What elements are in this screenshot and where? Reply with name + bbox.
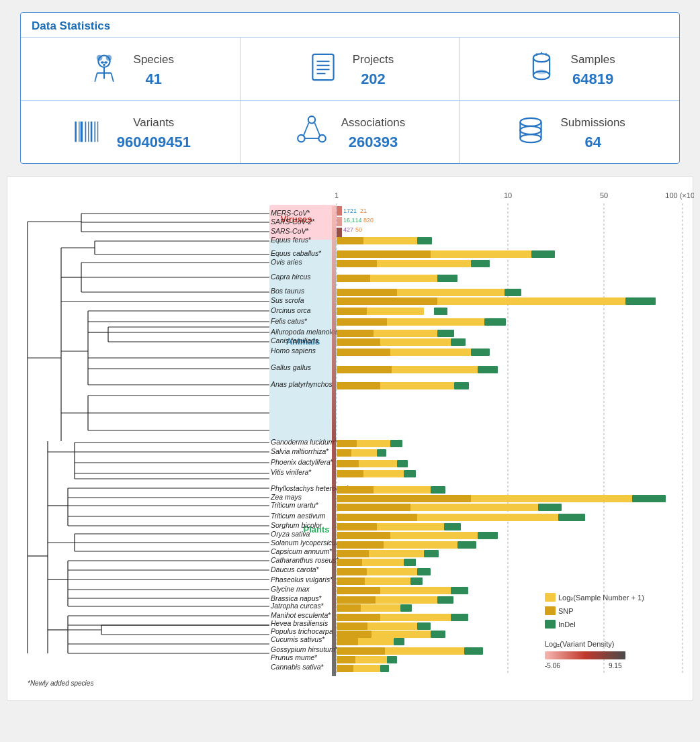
svg-rect-295 — [332, 206, 336, 676]
species-label: Species — [134, 53, 174, 66]
svg-rect-258 — [404, 559, 416, 566]
svg-rect-254 — [337, 550, 369, 557]
svg-rect-204 — [484, 318, 506, 326]
svg-text:Populus trichocarpa: Populus trichocarpa — [271, 627, 333, 635]
svg-rect-225 — [377, 449, 386, 457]
svg-rect-275 — [337, 614, 380, 621]
svg-rect-192 — [437, 275, 457, 282]
svg-point-19 — [535, 69, 547, 74]
svg-line-34 — [304, 123, 309, 136]
svg-text:1721: 1721 — [343, 207, 357, 214]
svg-text:SNP: SNP — [558, 607, 574, 615]
svg-rect-10 — [312, 54, 333, 80]
stats-cell-projects: Projects 202 — [240, 38, 460, 101]
svg-text:427: 427 — [343, 226, 353, 233]
svg-line-8 — [95, 73, 97, 82]
svg-rect-218 — [337, 382, 380, 389]
panda-icon — [87, 50, 122, 91]
svg-rect-282 — [431, 631, 445, 638]
svg-rect-188 — [337, 260, 377, 267]
svg-rect-189 — [471, 260, 490, 267]
svg-text:16,114: 16,114 — [343, 217, 362, 224]
svg-text:10: 10 — [504, 191, 512, 199]
svg-rect-278 — [337, 622, 367, 630]
svg-point-4 — [104, 61, 107, 63]
document-icon — [306, 50, 341, 91]
svg-rect-273 — [400, 604, 412, 612]
svg-rect-290 — [337, 656, 355, 663]
svg-rect-248 — [337, 532, 390, 539]
stats-cell-associations: Associations 260393 — [240, 101, 460, 163]
svg-rect-185 — [337, 250, 431, 258]
svg-rect-243 — [558, 514, 585, 521]
svg-rect-183 — [417, 237, 432, 244]
svg-text:Felis catus*: Felis catus* — [271, 317, 307, 325]
svg-rect-298 — [545, 606, 556, 615]
svg-rect-266 — [337, 587, 380, 594]
svg-text:1: 1 — [335, 191, 339, 199]
svg-text:820: 820 — [363, 217, 374, 224]
stats-title: Data Statistics — [21, 13, 679, 37]
svg-rect-227 — [337, 460, 359, 467]
svg-text:Homo sapiens: Homo sapiens — [271, 346, 316, 355]
svg-text:Gossypium hirsutum*: Gossypium hirsutum* — [271, 645, 338, 653]
svg-text:Sorghum bicolor: Sorghum bicolor — [271, 521, 322, 529]
svg-text:Zea mays: Zea mays — [270, 493, 302, 501]
svg-text:Oryza sativa: Oryza sativa — [271, 530, 310, 538]
svg-rect-230 — [337, 470, 363, 477]
svg-text:Log₂(Variant Density): Log₂(Variant Density) — [545, 640, 614, 648]
svg-rect-194 — [337, 289, 397, 296]
svg-text:Manihot esculenta*: Manihot esculenta* — [271, 611, 331, 619]
svg-text:Jatropha curcas*: Jatropha curcas* — [270, 602, 324, 610]
svg-text:Triticum urartu*: Triticum urartu* — [271, 501, 318, 509]
svg-point-3 — [100, 61, 103, 63]
svg-rect-200 — [337, 308, 367, 315]
svg-rect-303 — [545, 651, 625, 659]
svg-rect-251 — [337, 541, 384, 549]
svg-point-37 — [521, 118, 541, 126]
svg-text:Canis familiaris: Canis familiaris — [271, 336, 319, 344]
associations-value: 260393 — [349, 134, 398, 151]
database-icon — [513, 113, 548, 154]
svg-point-40 — [521, 126, 541, 134]
svg-rect-195 — [505, 289, 521, 296]
svg-rect-174 — [337, 228, 342, 237]
svg-rect-198 — [625, 297, 656, 305]
samples-label: Samples — [571, 53, 615, 66]
svg-point-43 — [521, 134, 541, 142]
associations-label: Associations — [341, 116, 405, 130]
svg-point-2 — [105, 55, 112, 61]
stats-cell-species: Species 41 — [21, 38, 240, 101]
svg-text:50: 50 — [600, 191, 608, 199]
svg-rect-212 — [337, 349, 390, 356]
svg-rect-270 — [437, 596, 453, 604]
svg-text:Salvia miltiorrhiza*: Salvia miltiorrhiza* — [271, 447, 329, 455]
svg-rect-201 — [434, 308, 447, 315]
svg-rect-249 — [478, 532, 498, 539]
svg-text:Log₂(Sample Number + 1): Log₂(Sample Number + 1) — [558, 594, 644, 602]
svg-rect-197 — [337, 297, 437, 305]
svg-text:Capra hircus: Capra hircus — [271, 273, 311, 281]
svg-rect-267 — [451, 587, 468, 594]
stats-cell-variants: Variants 960409451 — [21, 101, 240, 163]
stats-grid: Species 41 Projects — [21, 37, 679, 163]
svg-rect-216 — [478, 366, 498, 373]
svg-text:Anas platyrhynchos: Anas platyrhynchos — [270, 380, 333, 388]
svg-rect-269 — [337, 596, 376, 604]
svg-rect-293 — [337, 665, 353, 672]
svg-rect-224 — [337, 449, 351, 457]
svg-text:Equus caballus*: Equus caballus* — [271, 249, 321, 257]
svg-rect-236 — [337, 495, 471, 502]
svg-rect-228 — [397, 460, 408, 467]
svg-point-5 — [103, 64, 105, 66]
svg-rect-285 — [394, 638, 404, 645]
svg-text:Ganoderma lucidum*: Ganoderma lucidum* — [271, 438, 337, 446]
svg-text:Phoenix dactylifera*: Phoenix dactylifera* — [271, 458, 333, 466]
svg-rect-182 — [337, 237, 363, 244]
projects-value: 202 — [361, 71, 386, 88]
svg-point-1 — [96, 55, 102, 61]
svg-rect-255 — [424, 550, 439, 557]
variants-value: 960409451 — [117, 134, 191, 151]
phylo-chart: 1 10 50 100 (×10⁶) Viruses Animals Plant… — [7, 183, 694, 694]
svg-rect-207 — [437, 330, 454, 337]
